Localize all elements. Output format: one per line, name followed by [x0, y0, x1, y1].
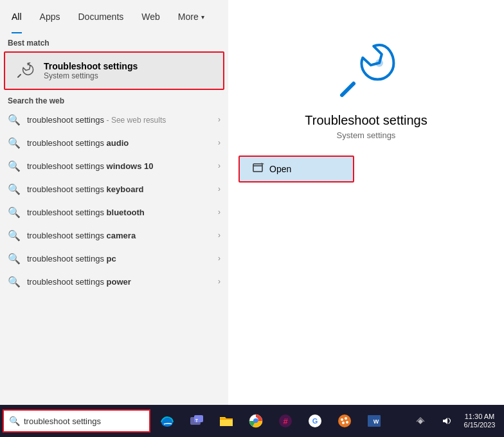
svg-point-19 [346, 421, 348, 424]
svg-point-16 [338, 415, 351, 427]
detail-title: Troubleshoot settings [305, 113, 427, 128]
chevron-down-icon: ▾ [201, 13, 204, 21]
list-item[interactable]: 🔍 troubleshoot settings windows 10 › [0, 154, 228, 177]
chevron-right-icon: › [218, 254, 221, 263]
chevron-right-icon: › [218, 161, 221, 170]
teams-icon[interactable]: T [183, 405, 211, 437]
volume-tray-icon[interactable] [435, 409, 458, 433]
best-match-subtitle: System settings [44, 71, 138, 80]
tab-apps[interactable]: Apps [31, 0, 69, 33]
list-item[interactable]: 🔍 troubleshoot settings bluetooth › [0, 201, 228, 224]
detail-subtitle: System settings [337, 130, 396, 140]
list-item[interactable]: 🔍 troubleshoot settings power › [0, 270, 228, 293]
result-text: troubleshoot settings - See web results [27, 115, 212, 125]
chevron-right-icon: › [218, 208, 221, 217]
search-icon: 🔍 [8, 206, 21, 219]
chevron-right-icon: › [218, 277, 221, 286]
paint-icon[interactable] [330, 405, 359, 437]
slack-icon[interactable]: # [271, 405, 300, 437]
open-label: Open [269, 164, 291, 174]
best-match-text: Troubleshoot settings System settings [44, 61, 138, 80]
search-icon: 🔍 [8, 229, 21, 242]
svg-line-1 [342, 84, 354, 95]
svg-rect-3 [253, 164, 262, 172]
list-item[interactable]: 🔍 troubleshoot settings audio › [0, 131, 228, 154]
word-icon[interactable]: W [360, 405, 388, 437]
taskbar-search-text: troubleshoot settings [24, 416, 101, 426]
result-text: troubleshoot settings windows 10 [27, 161, 212, 171]
wrench-icon [13, 59, 36, 82]
chevron-right-icon: › [218, 138, 221, 147]
tab-more[interactable]: More ▾ [169, 0, 213, 33]
svg-text:W: W [374, 418, 379, 425]
open-button[interactable]: Open [239, 156, 354, 183]
list-item[interactable]: 🔍 troubleshoot settings pc › [0, 247, 228, 270]
chevron-right-icon: › [218, 115, 221, 124]
chevron-right-icon: › [218, 231, 221, 240]
best-match-label: Best match [0, 33, 228, 50]
right-panel: Troubleshoot settings System settings Op… [228, 0, 504, 405]
result-text: troubleshoot settings audio [27, 138, 212, 148]
network-tray-icon[interactable] [409, 409, 432, 433]
open-window-icon [253, 162, 264, 176]
svg-text:#: # [283, 416, 288, 426]
detail-wrench-icon [334, 39, 399, 103]
best-match-item[interactable]: Troubleshoot settings System settings [4, 51, 224, 90]
tab-documents[interactable]: Documents [69, 0, 132, 33]
open-button-row: Open [228, 156, 504, 183]
svg-point-18 [345, 417, 347, 420]
svg-point-11 [254, 419, 258, 423]
search-icon: 🔍 [8, 252, 21, 265]
search-icon: 🔍 [8, 159, 21, 172]
list-item[interactable]: 🔍 troubleshoot settings camera › [0, 224, 228, 247]
svg-point-2 [375, 59, 383, 67]
search-icon: 🔍 [8, 113, 21, 126]
google-icon[interactable]: G [301, 405, 329, 437]
svg-point-17 [341, 418, 343, 421]
svg-text:T: T [195, 418, 199, 423]
see-web-results: - See web results [107, 116, 166, 125]
result-text: troubleshoot settings keyboard [27, 184, 212, 194]
tab-all[interactable]: All [3, 0, 31, 33]
chevron-right-icon: › [218, 184, 221, 193]
taskbar-icons: T # [153, 405, 388, 437]
tab-web[interactable]: Web [132, 0, 169, 33]
taskbar-search-box[interactable]: 🔍 troubleshoot settings [3, 409, 150, 433]
list-item[interactable]: 🔍 troubleshoot settings - See web result… [0, 108, 228, 131]
search-icon: 🔍 [8, 136, 21, 149]
svg-text:G: G [312, 417, 318, 425]
chrome-icon[interactable] [242, 405, 270, 437]
edge-icon[interactable] [153, 405, 181, 437]
taskbar-search-icon: 🔍 [9, 416, 20, 426]
result-text: troubleshoot settings camera [27, 231, 212, 240]
result-text: troubleshoot settings power [27, 277, 212, 287]
taskbar: 🔍 troubleshoot settings T [0, 405, 504, 437]
svg-line-0 [18, 75, 21, 77]
file-explorer-icon[interactable] [212, 405, 240, 437]
svg-point-20 [342, 422, 345, 424]
svg-rect-8 [220, 418, 233, 420]
search-icon: 🔍 [8, 275, 21, 288]
search-icon: 🔍 [8, 183, 21, 195]
list-item[interactable]: 🔍 troubleshoot settings keyboard › [0, 177, 228, 201]
result-text: troubleshoot settings pc [27, 254, 212, 263]
clock-tray: 11:30 AM 6/15/2023 [460, 409, 499, 433]
best-match-title: Troubleshoot settings [44, 61, 138, 71]
tabs-bar: All Apps Documents Web More ▾ N [0, 0, 228, 33]
left-panel: All Apps Documents Web More ▾ N [0, 0, 228, 405]
result-text: troubleshoot settings bluetooth [27, 208, 212, 217]
web-section-label: Search the web [0, 91, 228, 108]
system-tray: 11:30 AM 6/15/2023 [409, 409, 504, 433]
